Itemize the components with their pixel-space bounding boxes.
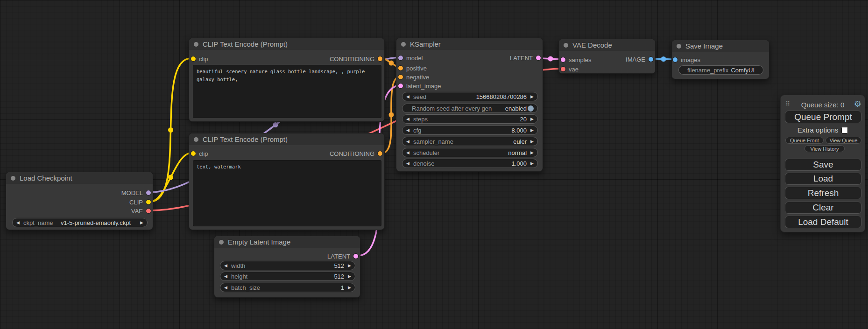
collapse-dot-icon[interactable] [194,42,198,47]
widget-denoise[interactable]: ◀ denoise 1.000 ▶ [402,159,538,168]
widget-seed[interactable]: ◀ seed 156680208700286 ▶ [402,92,538,101]
node-title-bar[interactable]: KSampler [396,38,543,50]
conditioning-port-dot[interactable] [398,75,403,79]
widget-scheduler[interactable]: ◀ scheduler normal ▶ [402,148,538,157]
collapse-dot-icon[interactable] [401,42,406,47]
output-port-latent[interactable]: LATENT [510,53,541,63]
input-port-clip[interactable]: clip [191,54,208,63]
refresh-button[interactable]: Refresh [785,187,861,199]
settings-gear-icon[interactable]: ⚙ [854,99,861,109]
input-port-images[interactable]: images [673,55,700,64]
model-port-dot[interactable] [398,56,403,60]
increment-arrow-icon[interactable]: ▶ [530,95,534,99]
widget-batch-size[interactable]: ◀ batch_size 1 ▶ [220,283,355,292]
decrement-arrow-icon[interactable]: ◀ [406,128,409,133]
widget-sampler-name[interactable]: ◀ sampler_name euler ▶ [402,137,538,146]
model-port-dot[interactable] [146,190,151,195]
view-queue-button[interactable]: View Queue [826,137,861,144]
input-port-positive[interactable]: positive [398,63,427,73]
prompt-textarea[interactable]: text, watermark [193,160,381,226]
clear-button[interactable]: Clear [785,202,861,214]
increment-arrow-icon[interactable]: ▶ [530,117,534,121]
widget-random-seed-toggle[interactable]: Random seed after every gen enabled [402,104,538,113]
output-port-model[interactable]: MODEL [121,188,151,197]
node-clip-text-encode-1[interactable]: CLIP Text Encode (Prompt) clip CONDITION… [189,38,385,122]
widget-width[interactable]: ◀ width 512 ▶ [220,261,355,270]
node-vae-decode[interactable]: VAE Decode samples vae IMAGE [558,39,656,74]
prompt-textarea[interactable]: beautiful scenery nature glass bottle la… [193,65,381,118]
collapse-dot-icon[interactable] [194,137,198,142]
input-port-latent-image[interactable]: latent_image [398,81,441,91]
queue-prompt-button[interactable]: Queue Prompt [785,111,861,123]
save-button[interactable]: Save [785,159,861,171]
image-port-dot[interactable] [649,57,653,62]
vae-port-dot[interactable] [561,67,565,71]
node-load-checkpoint[interactable]: Load Checkpoint MODEL CLIP VAE ◀ ckpt_na… [6,172,153,230]
image-port-dot[interactable] [673,57,677,62]
widget-height[interactable]: ◀ height 512 ▶ [220,272,355,281]
widget-steps[interactable]: ◀ steps 20 ▶ [402,114,538,124]
clip-port-dot[interactable] [191,151,196,156]
latent-port-dot[interactable] [561,57,565,62]
increment-arrow-icon[interactable]: ▶ [348,264,351,268]
decrement-arrow-icon[interactable]: ◀ [406,151,409,155]
node-clip-text-encode-2[interactable]: CLIP Text Encode (Prompt) clip CONDITION… [189,133,385,230]
conditioning-port-dot[interactable] [378,56,382,61]
node-title-bar[interactable]: Save Image [672,40,769,52]
input-port-clip[interactable]: clip [191,149,208,158]
input-port-model[interactable]: model [398,53,423,63]
output-port-clip[interactable]: CLIP [129,197,151,207]
toggle-circle-icon[interactable] [528,105,534,112]
vae-port-dot[interactable] [146,209,151,213]
view-history-button[interactable]: View History [804,145,845,152]
decrement-arrow-icon[interactable]: ◀ [406,117,409,121]
node-save-image[interactable]: Save Image images filename_prefix ComfyU… [671,40,769,79]
increment-arrow-icon[interactable]: ▶ [530,151,534,155]
decrement-arrow-icon[interactable]: ◀ [406,95,409,99]
output-port-conditioning[interactable]: CONDITIONING [330,149,382,158]
extra-options-checkbox[interactable] [841,127,848,133]
latent-port-dot[interactable] [398,84,403,88]
decrement-arrow-icon[interactable]: ◀ [406,161,409,166]
decrement-arrow-icon[interactable]: ◀ [16,221,20,225]
decrement-arrow-icon[interactable]: ◀ [224,286,227,290]
increment-arrow-icon[interactable]: ▶ [140,221,143,225]
output-port-conditioning[interactable]: CONDITIONING [330,54,382,63]
output-port-image[interactable]: IMAGE [626,55,653,64]
comfy-menu-panel[interactable]: ⠿ Queue size: 0 ⚙ Queue Prompt Extra opt… [780,95,865,232]
latent-port-dot[interactable] [536,56,541,60]
node-title-bar[interactable]: Empty Latent Image [214,236,360,248]
output-port-latent[interactable]: LATENT [327,252,358,261]
latent-port-dot[interactable] [353,254,358,259]
widget-filename-prefix[interactable]: filename_prefix ComfyUI [678,65,763,75]
load-button[interactable]: Load [785,173,861,185]
decrement-arrow-icon[interactable]: ◀ [224,264,227,268]
node-empty-latent-image[interactable]: Empty Latent Image LATENT ◀ width 512 ▶ … [214,236,360,298]
widget-cfg[interactable]: ◀ cfg 8.000 ▶ [402,126,538,135]
input-port-negative[interactable]: negative [398,72,429,82]
clip-port-dot[interactable] [146,200,151,204]
node-title-bar[interactable]: Load Checkpoint [6,172,153,184]
node-title-bar[interactable]: CLIP Text Encode (Prompt) [189,133,384,145]
queue-front-button[interactable]: Queue Front [785,137,824,144]
collapse-dot-icon[interactable] [219,240,224,245]
comfyui-canvas[interactable]: { "colors": { "model": "#B39DDB", "clip"… [0,0,868,329]
node-title-bar[interactable]: VAE Decode [559,39,655,51]
output-port-vae[interactable]: VAE [131,206,151,216]
collapse-dot-icon[interactable] [564,43,568,48]
decrement-arrow-icon[interactable]: ◀ [406,140,409,144]
widget-ckpt-name[interactable]: ◀ ckpt_name v1-5-pruned-emaonly.ckpt ▶ [12,218,148,227]
input-port-vae[interactable]: vae [561,64,579,74]
load-default-button[interactable]: Load Default [785,216,861,228]
conditioning-port-dot[interactable] [378,151,382,156]
increment-arrow-icon[interactable]: ▶ [530,140,534,144]
node-title-bar[interactable]: CLIP Text Encode (Prompt) [189,38,384,50]
increment-arrow-icon[interactable]: ▶ [348,286,351,290]
collapse-dot-icon[interactable] [11,176,15,181]
clip-port-dot[interactable] [191,56,196,61]
collapse-dot-icon[interactable] [677,44,681,49]
increment-arrow-icon[interactable]: ▶ [530,128,534,133]
increment-arrow-icon[interactable]: ▶ [348,274,351,279]
increment-arrow-icon[interactable]: ▶ [530,161,534,166]
conditioning-port-dot[interactable] [398,66,403,70]
